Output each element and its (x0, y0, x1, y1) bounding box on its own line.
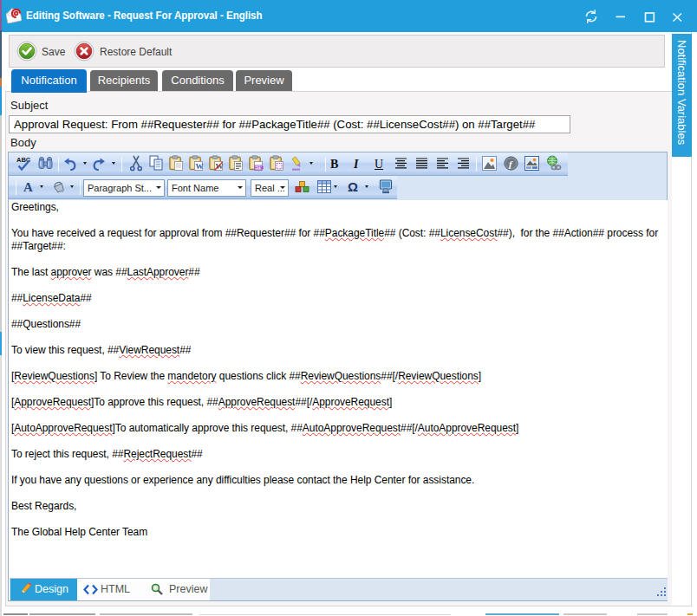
svg-text:W: W (216, 162, 224, 171)
svg-text:HTML: HTML (255, 165, 264, 170)
svg-text:W: W (196, 162, 204, 171)
